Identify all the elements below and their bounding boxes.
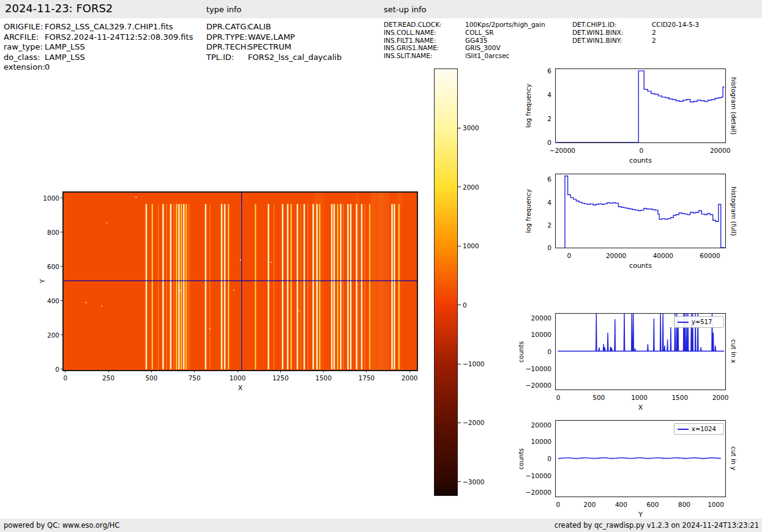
info-row: DPR.TYPE:WAVE,LAMP bbox=[206, 32, 342, 43]
y-tick-label: 1000 bbox=[41, 194, 59, 202]
file-info-block: ORIGFILE:FORS2_LSS_CAL329.7.CHIP1.fitsAR… bbox=[4, 22, 193, 73]
info-row-label: DET.WIN1.BINY: bbox=[572, 37, 652, 45]
info-row: raw_type:LAMP_LSS bbox=[4, 42, 193, 53]
y-tick-label: 0 bbox=[523, 139, 551, 146]
info-row-label: DPR.TECH: bbox=[206, 42, 248, 53]
y-axis-label: Y bbox=[38, 193, 47, 370]
y-tick-label: 4 bbox=[523, 91, 551, 98]
info-row-value: FORS2_lss_cal_daycalib bbox=[248, 53, 342, 62]
speckle-dot bbox=[106, 223, 108, 224]
info-row-label: DPR.TYPE: bbox=[206, 32, 248, 43]
y-tick-label: 20000 bbox=[516, 314, 551, 322]
x-tick bbox=[280, 370, 281, 372]
x-tick bbox=[323, 370, 324, 372]
right-axis-label: cut in y bbox=[730, 421, 738, 497]
x-tick bbox=[65, 370, 65, 372]
colorbar-tick bbox=[458, 481, 461, 482]
colorbar-tick bbox=[458, 423, 461, 423]
info-row-value: 0 bbox=[45, 62, 50, 72]
y-tick bbox=[0, 44, 3, 45]
x-axis-label: counts bbox=[616, 262, 665, 270]
colorbar-tick-label: −2000 bbox=[463, 419, 492, 426]
x-tick bbox=[0, 49, 1, 51]
info-row-value: LAMP_LSS bbox=[45, 42, 85, 51]
footer-powered-by: powered by QC: www.eso.org/HC bbox=[4, 521, 119, 530]
info-row-value: 100Kps/2ports/high_gain bbox=[465, 21, 545, 28]
x-tick bbox=[0, 59, 1, 61]
x-tick bbox=[0, 56, 1, 59]
x-axis-label: Y bbox=[616, 511, 665, 519]
type-info-block: DPR.CATG:CALIBDPR.TYPE:WAVE,LAMPDPR.TECH… bbox=[206, 22, 342, 62]
x-tick bbox=[366, 370, 367, 372]
y-tick bbox=[0, 30, 3, 31]
info-row-value: FORS2_LSS_CAL329.7.CHIP1.fits bbox=[45, 22, 173, 31]
y-tick bbox=[0, 43, 3, 44]
x-tick-label: 60000 bbox=[692, 252, 728, 259]
x-tick-label: 500 bbox=[580, 394, 617, 401]
y-tick bbox=[0, 46, 3, 46]
y-tick bbox=[0, 29, 3, 30]
x-tick-label: 40000 bbox=[644, 252, 681, 259]
y-tick-label: 0 bbox=[523, 244, 551, 251]
x-tick-label: −20000 bbox=[544, 147, 581, 154]
setup-info-left-block: DET.READ.CLOCK:100Kps/2ports/high_gainIN… bbox=[384, 21, 545, 60]
x-tick-label: 250 bbox=[90, 374, 127, 382]
axes bbox=[555, 313, 726, 390]
info-row-label: INS.FILT1.NAME: bbox=[384, 37, 465, 45]
figure-area: 0250500750100012501500175020000200400600… bbox=[0, 0, 762, 532]
footer-created-by: created by qc_rawdisp.py v1.2.3 on 2024-… bbox=[555, 521, 759, 530]
info-row: TPL.ID:FORS2_lss_cal_daycalib bbox=[206, 53, 342, 63]
y-axis-label: log frequency bbox=[524, 174, 532, 248]
y-tick-label: 6 bbox=[523, 67, 551, 75]
y-tick-label: 0 bbox=[516, 348, 551, 355]
y-tick-label: 20000 bbox=[516, 421, 551, 429]
x-tick-label: 1500 bbox=[662, 394, 698, 401]
image-band bbox=[384, 193, 389, 370]
y-tick bbox=[61, 369, 64, 369]
x-minor-tick bbox=[0, 23, 1, 25]
info-row-label: DET.WIN1.BINX: bbox=[572, 29, 652, 37]
info-row: ARCFILE:FORS2.2024-11-24T12:52:08.309.fi… bbox=[4, 32, 193, 43]
info-row-label: raw_type: bbox=[4, 42, 45, 53]
x-tick-label: 600 bbox=[634, 501, 671, 508]
info-row: INS.FILT1.NAME:GG435 bbox=[384, 37, 545, 45]
y-tick-label: −20000 bbox=[516, 382, 551, 389]
axes bbox=[555, 68, 726, 143]
info-row-label: DPR.CATG: bbox=[206, 22, 248, 32]
colorbar-tick-label: −3000 bbox=[463, 478, 492, 486]
x-tick-label: 0 bbox=[47, 374, 84, 382]
x-tick bbox=[0, 41, 1, 43]
legend: y=517 bbox=[674, 316, 724, 328]
info-row-value: FORS2.2024-11-24T12:52:08.309.fits bbox=[45, 32, 193, 42]
axes bbox=[555, 174, 726, 248]
x-tick bbox=[0, 34, 1, 36]
colorbar-tick-label: 0 bbox=[463, 301, 492, 309]
x-tick-label: 2000 bbox=[702, 394, 739, 401]
setup-info-right-block: DET.CHIP1.ID:CCID20-14-5-3DET.WIN1.BINX:… bbox=[572, 21, 699, 44]
x-minor-tick bbox=[0, 25, 1, 27]
info-row-value: 2 bbox=[652, 37, 656, 44]
y-tick bbox=[61, 232, 64, 232]
x-axis-label: counts bbox=[616, 157, 665, 164]
speckle-dot bbox=[209, 328, 211, 330]
info-row: DET.READ.CLOCK:100Kps/2ports/high_gain bbox=[384, 21, 545, 29]
info-row-value: 2 bbox=[652, 29, 656, 36]
y-tick-label: 6 bbox=[523, 175, 551, 183]
info-row-label: extension: bbox=[4, 62, 45, 73]
y-tick-label: 0 bbox=[516, 455, 551, 462]
x-tick bbox=[194, 370, 195, 372]
info-row-label: TPL.ID: bbox=[206, 53, 248, 63]
y-tick bbox=[0, 29, 3, 29]
y-tick-label: 400 bbox=[41, 297, 59, 305]
info-row: INS.COLL.NAME:COLL_SR bbox=[384, 29, 545, 37]
info-row-value: LAMP_LSS bbox=[45, 53, 85, 62]
y-tick-label: −10000 bbox=[516, 365, 551, 372]
type-info-heading: type info bbox=[206, 5, 242, 14]
y-tick bbox=[0, 31, 3, 31]
x-tick bbox=[0, 54, 1, 56]
speckle-dot bbox=[86, 302, 87, 303]
footer-bar: powered by QC: www.eso.org/HC created by… bbox=[0, 519, 762, 532]
info-row: DET.WIN1.BINY:2 bbox=[572, 37, 699, 45]
info-row-value: COLL_SR bbox=[465, 29, 494, 36]
colorbar bbox=[434, 68, 458, 496]
